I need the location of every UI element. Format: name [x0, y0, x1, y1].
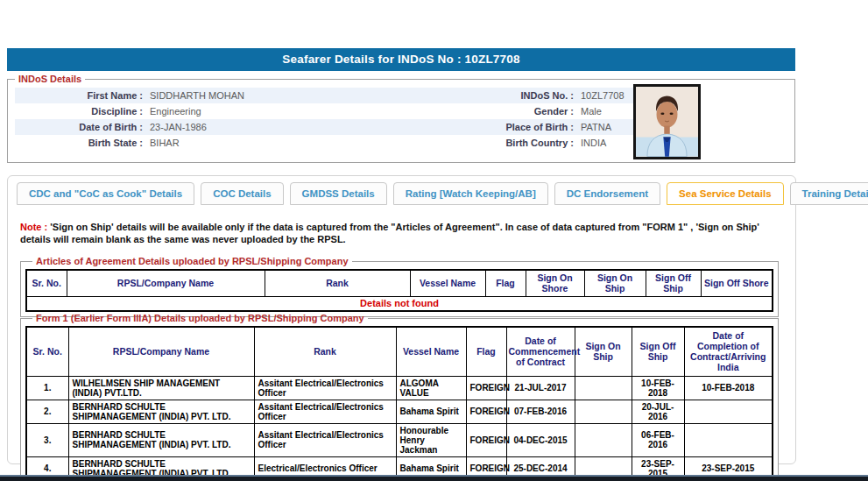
page-title: Seafarer Details for INDoS No : 10ZL7708 [7, 48, 795, 71]
table-row: 2. BERNHARD SCHULTE SHIPMANAGEMENT (INDI… [26, 400, 773, 423]
cell-vessel: Honourable Henry Jackman [396, 423, 466, 456]
detail-row-first-name: First Name : SIDDHARTH MOHAN INDoS No. :… [15, 88, 633, 103]
cell-contract-start: 07-FEB-2016 [506, 400, 575, 423]
birth-country-label: Birth Country : [432, 135, 574, 151]
indos-no-value: 10ZL7708 [574, 88, 633, 103]
column-header-flag: Flag [466, 327, 506, 376]
column-header-sign-off-ship: Sign Off Ship [632, 327, 684, 376]
column-header-company: RPSL/Company Name [68, 327, 254, 376]
discipline-value: Engineering [143, 103, 432, 119]
tab-rating-watch-keeping[interactable]: Rating [Watch Keeping/AB] [393, 182, 548, 205]
cell-company: BERNHARD SCHULTE SHIPMANAGEMENT (INDIA) … [68, 423, 254, 456]
cell-rank: Assitant Electrical/Electronics Officer [254, 423, 396, 456]
first-name-value: SIDDHARTH MOHAN [143, 88, 432, 103]
tab-gmdss-details[interactable]: GMDSS Details [290, 182, 387, 205]
cell-contract-end [684, 400, 773, 423]
column-header-sign-on-shore: Sign On Shore [526, 270, 584, 296]
articles-of-agreement-section: Articles of Agreement Details uploaded b… [20, 256, 779, 317]
table-header-row: Sr. No. RPSL/Company Name Rank Vessel Na… [26, 327, 773, 376]
cell-sign-off-ship: 06-FEB-2016 [632, 423, 684, 456]
column-header-contract-end: Date of Completion of Contract/Arriving … [684, 327, 773, 376]
tab-sea-service-details[interactable]: Sea Service Details [667, 182, 784, 205]
cell-rank: Assitant Electrical/Electronics Officer [254, 400, 396, 423]
table-row: 3. BERNHARD SCHULTE SHIPMANAGEMENT (INDI… [26, 423, 773, 456]
cell-vessel: Bahama Spirit [396, 400, 466, 423]
column-header-sr-no: Sr. No. [26, 327, 68, 376]
fieldset-legend-articles: Articles of Agreement Details uploaded b… [32, 256, 352, 266]
tab-dc-endorsement[interactable]: DC Endorsement [554, 182, 660, 205]
table-header-row: Sr. No. RPSL/Company Name Rank Vessel Na… [26, 270, 773, 296]
cell-sign-on-ship [575, 400, 632, 423]
gender-value: Male [574, 103, 633, 119]
cell-contract-end [684, 423, 773, 456]
cell-flag: FOREIGN [466, 423, 506, 456]
fieldset-legend-indos: INDoS Details [15, 74, 85, 84]
column-header-rank: Rank [265, 270, 410, 296]
column-header-sign-off-ship: Sign Off Ship [646, 270, 701, 296]
cell-company: WILHELMSEN SHIP MANAGEMENT (INDIA) PVT.L… [68, 376, 254, 400]
tab-coc-details[interactable]: COC Details [201, 182, 283, 205]
note-text: 'Sign on Ship' details will be available… [20, 222, 759, 244]
cell-contract-start: 21-JUL-2017 [506, 376, 575, 400]
cell-company: BERNHARD SCHULTE SHIPMANAGEMENT (INDIA) … [68, 400, 254, 423]
pob-value: PATNA [574, 119, 633, 135]
column-header-sign-on-ship: Sign On Ship [575, 327, 632, 376]
column-header-sr-no: Sr. No. [26, 270, 67, 296]
pob-label: Place of Birth : [432, 119, 574, 135]
cell-sr-no: 1. [26, 376, 68, 400]
cell-sign-on-ship [575, 376, 632, 400]
note-prefix: Note : [20, 222, 47, 232]
empty-results-row: Details not found [26, 296, 773, 311]
column-header-sign-off-shore: Sign Off Shore [701, 270, 773, 296]
cell-sign-off-ship: 10-FEB-2018 [632, 376, 684, 400]
form1-section: Form 1 (Earlier Form IIIA) Details uploa… [20, 313, 779, 481]
birth-state-label: Birth State : [15, 135, 143, 151]
dob-label: Date of Birth : [15, 119, 143, 135]
tab-strip: CDC and "CoC as Cook" Details COC Detail… [17, 182, 868, 205]
column-header-vessel: Vessel Name [410, 270, 485, 296]
cutoff-footer-bar [0, 475, 868, 481]
seafarer-details-page: Seafarer Details for INDoS No : 10ZL7708… [0, 0, 868, 481]
detail-row-birth-date: Date of Birth : 23-JAN-1986 Place of Bir… [15, 119, 633, 135]
cell-vessel: ALGOMA VALUE [396, 376, 466, 400]
cell-contract-start: 04-DEC-2015 [506, 423, 575, 456]
column-header-rank: Rank [254, 327, 396, 376]
detail-row-birth-state: Birth State : BIHAR Birth Country : INDI… [15, 135, 633, 151]
column-header-contract-start: Date of Commencement of Contract [506, 327, 575, 376]
cell-sr-no: 2. [26, 400, 68, 423]
dob-value: 23-JAN-1986 [143, 119, 432, 135]
cell-sign-off-ship: 20-JUL-2016 [632, 400, 684, 423]
column-header-flag: Flag [485, 270, 526, 296]
cell-flag: FOREIGN [466, 400, 506, 423]
table-row: 1. WILHELMSEN SHIP MANAGEMENT (INDIA) PV… [26, 376, 773, 400]
tab-training-details[interactable]: Training Details [790, 182, 868, 205]
sign-on-ship-note: Note : 'Sign on Ship' details will be av… [20, 221, 784, 245]
first-name-label: First Name : [15, 88, 143, 103]
cell-sr-no: 3. [26, 423, 68, 456]
indos-no-label: INDoS No. : [432, 88, 574, 103]
cell-flag: FOREIGN [466, 376, 506, 400]
form1-table: Sr. No. RPSL/Company Name Rank Vessel Na… [25, 326, 773, 481]
column-header-sign-on-ship: Sign On Ship [584, 270, 646, 296]
articles-of-agreement-table: Sr. No. RPSL/Company Name Rank Vessel Na… [25, 269, 773, 312]
column-header-company: RPSL/Company Name [67, 270, 265, 296]
discipline-label: Discipline : [15, 103, 143, 119]
cell-contract-end: 10-FEB-2018 [684, 376, 773, 400]
sea-service-tab-panel: CDC and "CoC as Cook" Details COC Detail… [7, 175, 796, 464]
fieldset-legend-form1: Form 1 (Earlier Form IIIA) Details uploa… [32, 313, 368, 323]
column-header-vessel: Vessel Name [396, 327, 466, 376]
cell-rank: Assitant Electrical/Electronics Officer [254, 376, 396, 400]
tab-cdc-coc-cook[interactable]: CDC and "CoC as Cook" Details [17, 182, 194, 205]
cell-sign-on-ship [575, 423, 632, 456]
detail-row-discipline: Discipline : Engineering Gender : Male [15, 103, 633, 119]
seafarer-photo [633, 84, 701, 159]
details-not-found-message: Details not found [26, 296, 773, 311]
gender-label: Gender : [432, 103, 574, 119]
personal-details-grid: First Name : SIDDHARTH MOHAN INDoS No. :… [15, 88, 633, 151]
birth-state-value: BIHAR [143, 135, 432, 151]
birth-country-value: INDIA [574, 135, 633, 151]
